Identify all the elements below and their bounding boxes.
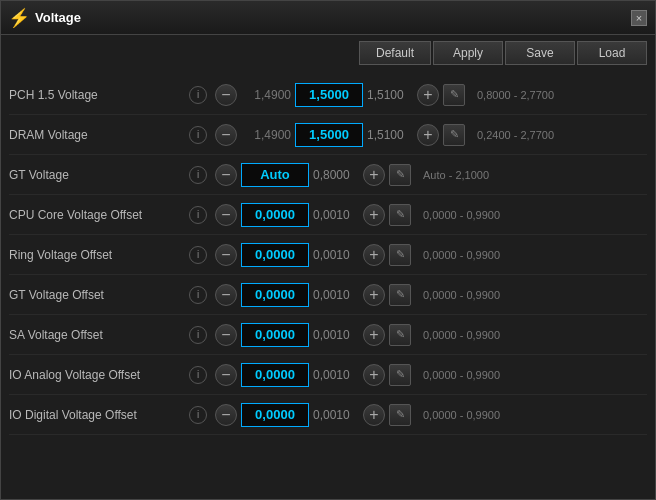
- app-icon: ⚡: [9, 8, 29, 28]
- range-text-6: 0,0000 - 0,9900: [423, 329, 500, 341]
- row-label-6: SA Voltage Offset: [9, 328, 189, 342]
- plus-button-6[interactable]: +: [363, 324, 385, 346]
- info-button-4[interactable]: i: [189, 246, 207, 264]
- step-value-2: 0,8000: [313, 168, 359, 182]
- minus-button-0[interactable]: −: [215, 84, 237, 106]
- step-value-3: 0,0010: [313, 208, 359, 222]
- step-value-1: 1,5100: [367, 128, 413, 142]
- controls-6: − 0,0010 + ✎ 0,0000 - 0,9900: [215, 323, 647, 347]
- edit-button-5[interactable]: ✎: [389, 284, 411, 306]
- value-input-3[interactable]: [241, 203, 309, 227]
- row-label-4: Ring Voltage Offset: [9, 248, 189, 262]
- info-button-5[interactable]: i: [189, 286, 207, 304]
- toolbar: Default Apply Save Load: [1, 35, 655, 71]
- plus-button-7[interactable]: +: [363, 364, 385, 386]
- step-value-0: 1,5100: [367, 88, 413, 102]
- value-input-7[interactable]: [241, 363, 309, 387]
- range-text-4: 0,0000 - 0,9900: [423, 249, 500, 261]
- row-label-5: GT Voltage Offset: [9, 288, 189, 302]
- range-text-0: 0,8000 - 2,7700: [477, 89, 554, 101]
- controls-1: − 1,4900 1,5100 + ✎ 0,2400 - 2,7700: [215, 123, 647, 147]
- plus-button-3[interactable]: +: [363, 204, 385, 226]
- table-row: SA Voltage Offset i − 0,0010 + ✎ 0,0000 …: [9, 315, 647, 355]
- plus-button-1[interactable]: +: [417, 124, 439, 146]
- edit-button-2[interactable]: ✎: [389, 164, 411, 186]
- range-text-3: 0,0000 - 0,9900: [423, 209, 500, 221]
- table-row: IO Digital Voltage Offset i − 0,0010 + ✎…: [9, 395, 647, 435]
- info-button-7[interactable]: i: [189, 366, 207, 384]
- load-button[interactable]: Load: [577, 41, 647, 65]
- minus-button-4[interactable]: −: [215, 244, 237, 266]
- value-input-8[interactable]: [241, 403, 309, 427]
- plus-button-0[interactable]: +: [417, 84, 439, 106]
- controls-2: − 0,8000 + ✎ Auto - 2,1000: [215, 163, 647, 187]
- edit-button-3[interactable]: ✎: [389, 204, 411, 226]
- apply-button[interactable]: Apply: [433, 41, 503, 65]
- row-label-7: IO Analog Voltage Offset: [9, 368, 189, 382]
- minus-button-3[interactable]: −: [215, 204, 237, 226]
- value-input-1[interactable]: [295, 123, 363, 147]
- value-input-6[interactable]: [241, 323, 309, 347]
- row-label-2: GT Voltage: [9, 168, 189, 182]
- minus-button-2[interactable]: −: [215, 164, 237, 186]
- table-row: DRAM Voltage i − 1,4900 1,5100 + ✎ 0,240…: [9, 115, 647, 155]
- edit-button-8[interactable]: ✎: [389, 404, 411, 426]
- minus-button-7[interactable]: −: [215, 364, 237, 386]
- value-input-0[interactable]: [295, 83, 363, 107]
- controls-3: − 0,0010 + ✎ 0,0000 - 0,9900: [215, 203, 647, 227]
- range-text-8: 0,0000 - 0,9900: [423, 409, 500, 421]
- step-value-6: 0,0010: [313, 328, 359, 342]
- controls-0: − 1,4900 1,5100 + ✎ 0,8000 - 2,7700: [215, 83, 647, 107]
- info-button-6[interactable]: i: [189, 326, 207, 344]
- main-window: ⚡ Voltage × Default Apply Save Load PCH …: [0, 0, 656, 500]
- plus-button-5[interactable]: +: [363, 284, 385, 306]
- value-input-2[interactable]: [241, 163, 309, 187]
- range-text-5: 0,0000 - 0,9900: [423, 289, 500, 301]
- edit-button-4[interactable]: ✎: [389, 244, 411, 266]
- table-row: CPU Core Voltage Offset i − 0,0010 + ✎ 0…: [9, 195, 647, 235]
- step-value-7: 0,0010: [313, 368, 359, 382]
- range-text-1: 0,2400 - 2,7700: [477, 129, 554, 141]
- save-button[interactable]: Save: [505, 41, 575, 65]
- edit-button-1[interactable]: ✎: [443, 124, 465, 146]
- plus-button-8[interactable]: +: [363, 404, 385, 426]
- info-button-2[interactable]: i: [189, 166, 207, 184]
- row-label-0: PCH 1.5 Voltage: [9, 88, 189, 102]
- voltage-list: PCH 1.5 Voltage i − 1,4900 1,5100 + ✎ 0,…: [1, 71, 655, 499]
- plus-button-4[interactable]: +: [363, 244, 385, 266]
- plus-button-2[interactable]: +: [363, 164, 385, 186]
- row-label-1: DRAM Voltage: [9, 128, 189, 142]
- info-button-1[interactable]: i: [189, 126, 207, 144]
- minus-button-5[interactable]: −: [215, 284, 237, 306]
- row-label-3: CPU Core Voltage Offset: [9, 208, 189, 222]
- controls-5: − 0,0010 + ✎ 0,0000 - 0,9900: [215, 283, 647, 307]
- controls-7: − 0,0010 + ✎ 0,0000 - 0,9900: [215, 363, 647, 387]
- close-button[interactable]: ×: [631, 10, 647, 26]
- edit-button-6[interactable]: ✎: [389, 324, 411, 346]
- titlebar: ⚡ Voltage ×: [1, 1, 655, 35]
- table-row: IO Analog Voltage Offset i − 0,0010 + ✎ …: [9, 355, 647, 395]
- table-row: Ring Voltage Offset i − 0,0010 + ✎ 0,000…: [9, 235, 647, 275]
- table-row: GT Voltage Offset i − 0,0010 + ✎ 0,0000 …: [9, 275, 647, 315]
- minus-button-8[interactable]: −: [215, 404, 237, 426]
- range-text-7: 0,0000 - 0,9900: [423, 369, 500, 381]
- table-row: GT Voltage i − 0,8000 + ✎ Auto - 2,1000: [9, 155, 647, 195]
- step-value-5: 0,0010: [313, 288, 359, 302]
- step-value-8: 0,0010: [313, 408, 359, 422]
- info-button-8[interactable]: i: [189, 406, 207, 424]
- edit-button-7[interactable]: ✎: [389, 364, 411, 386]
- edit-button-0[interactable]: ✎: [443, 84, 465, 106]
- step-value-4: 0,0010: [313, 248, 359, 262]
- row-label-8: IO Digital Voltage Offset: [9, 408, 189, 422]
- info-button-0[interactable]: i: [189, 86, 207, 104]
- minus-button-1[interactable]: −: [215, 124, 237, 146]
- value-input-5[interactable]: [241, 283, 309, 307]
- minus-button-6[interactable]: −: [215, 324, 237, 346]
- value-input-4[interactable]: [241, 243, 309, 267]
- controls-4: − 0,0010 + ✎ 0,0000 - 0,9900: [215, 243, 647, 267]
- controls-8: − 0,0010 + ✎ 0,0000 - 0,9900: [215, 403, 647, 427]
- info-button-3[interactable]: i: [189, 206, 207, 224]
- table-row: PCH 1.5 Voltage i − 1,4900 1,5100 + ✎ 0,…: [9, 75, 647, 115]
- default-button[interactable]: Default: [359, 41, 431, 65]
- window-title: Voltage: [35, 10, 631, 25]
